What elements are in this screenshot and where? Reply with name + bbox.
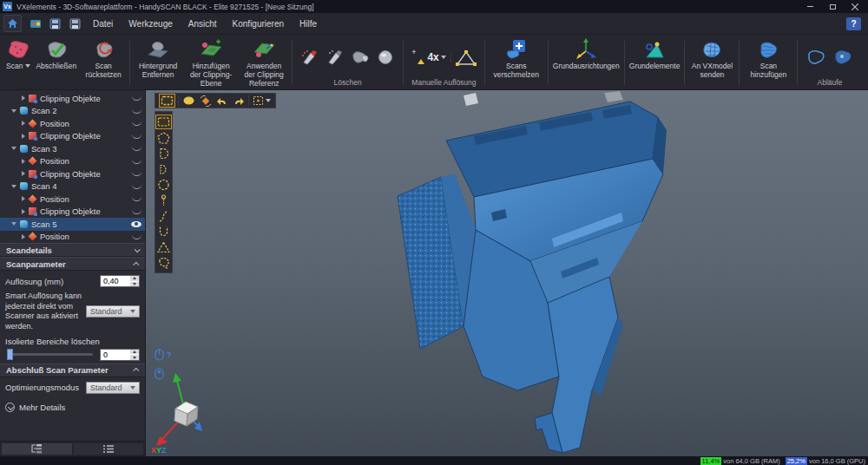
grundausrichtungen-button[interactable]: Grundausrichtungen [550,36,622,89]
tree-item-clipping-objekte[interactable]: Clipping Objekte [0,92,145,105]
visibility-toggle-icon[interactable] [132,209,141,214]
save-button[interactable] [67,16,83,32]
delete-object-button[interactable] [374,47,397,68]
clipping-referenz-button[interactable]: Anwenden der Clipping Referenz [238,36,290,89]
spinner-up-button[interactable] [130,276,139,281]
selection-options-tool[interactable] [252,95,272,107]
home-button[interactable] [3,15,22,32]
select-ellipse-tool[interactable] [181,95,196,107]
tree-item-scan-4[interactable]: Scan 4 [0,180,145,193]
visibility-toggle-icon[interactable] [132,171,141,176]
maximize-button[interactable] [828,3,837,11]
lasso-blob-tool[interactable] [156,256,171,270]
tree-item-clipping-objekte[interactable]: Clipping Objekte [0,130,145,143]
transform-tool[interactable] [199,95,213,108]
expander-icon[interactable] [22,159,25,164]
visibility-toggle-icon[interactable] [132,234,141,239]
visibility-toggle-icon[interactable] [132,184,141,189]
expander-icon[interactable] [22,134,25,139]
rotate-right-tool[interactable] [232,95,246,107]
lasso-dshape2-tool[interactable] [156,162,171,176]
isolated-areas-slider[interactable] [7,353,93,356]
hintergrund-entfernen-button[interactable]: Hintergrund Entfernen [132,36,184,89]
tree-item-clipping-objekte[interactable]: Clipping Objekte [0,167,145,180]
manual-mesh-button[interactable] [454,47,478,69]
lasso-u-tool[interactable] [156,225,171,239]
tree-item-scan-5-selected[interactable]: Scan 5 [0,218,145,231]
visibility-toggle-icon[interactable] [132,108,141,114]
section-abschluss-scan-parameter[interactable]: Abschluß Scan Parameter [0,363,145,377]
expander-icon[interactable] [11,222,16,226]
section-scandetails[interactable]: Scandetails [0,243,145,257]
help-icon[interactable]: ? [846,17,861,30]
tab-list-view[interactable] [74,443,144,455]
minimize-button[interactable] [806,3,814,11]
lasso-dshape-tool[interactable] [156,147,171,160]
menu-werkzeuge[interactable]: Werkzeuge [121,13,180,34]
tree-item-position[interactable]: Position [0,117,145,130]
rotate-left-tool[interactable] [215,95,229,107]
visibility-toggle-icon[interactable] [132,121,141,126]
lasso-polygon-tool[interactable] [156,131,171,145]
menu-konfigurieren[interactable]: Konfigurieren [225,13,292,34]
delete-spray-gray-button[interactable] [324,47,346,68]
tree-item-scan-3[interactable]: Scan 3 [0,142,145,155]
menu-ansicht[interactable]: Ansicht [181,13,225,34]
expander-icon[interactable] [22,171,25,176]
scans-verschmelzen-button[interactable]: Scans verschmelzen [487,36,546,89]
spinner-down-button[interactable] [130,355,139,360]
expander-icon[interactable] [11,185,16,188]
lasso-rect-tool[interactable] [155,115,172,129]
scan-button[interactable]: Scan [3,36,33,89]
mehr-details-button[interactable]: Mehr Details [0,401,145,417]
resolution-4x-button[interactable]: + 4x [410,49,448,65]
abschliessen-button[interactable]: Abschließen [33,36,79,89]
expander-icon[interactable] [22,95,25,101]
delete-patch-button[interactable] [349,47,372,68]
eye-icon[interactable] [131,221,141,227]
close-button[interactable] [851,3,859,11]
grundelemente-button[interactable]: Grundelemente [627,36,683,89]
section-scanparameter[interactable]: Scanparameter [0,257,145,271]
visibility-toggle-icon[interactable] [132,196,141,201]
tree-item-position[interactable]: Position [0,231,145,244]
scan-ruecksetzen-button[interactable]: Scan rücksetzen [79,36,128,89]
3d-viewport[interactable]: ? XYZ [146,90,868,456]
optimization-mode-dropdown[interactable]: Standard [86,382,140,394]
tree-item-clipping-objekte[interactable]: Clipping Objekte [0,206,145,219]
visibility-toggle-icon[interactable] [132,146,141,151]
open-button[interactable] [47,16,63,32]
expander-icon[interactable] [22,209,25,214]
menu-datei[interactable]: Datei [85,13,121,34]
lasso-triangle-tool[interactable] [156,240,171,254]
new-session-button[interactable] [27,16,43,32]
lasso-stick-tool[interactable] [156,193,171,207]
tree-item-position[interactable]: Position [0,193,145,206]
lasso-curve-tool[interactable] [156,209,171,223]
workflow-1-button[interactable] [804,47,828,68]
slider-handle[interactable] [7,349,13,360]
expander-icon[interactable] [11,109,16,113]
expander-icon[interactable] [11,147,16,150]
expander-icon[interactable] [22,234,25,239]
visibility-toggle-icon[interactable] [132,159,141,164]
tab-hierarchy-view[interactable] [2,443,72,455]
lasso-circle-tool[interactable] [156,178,171,192]
orientation-triad[interactable] [148,369,226,451]
expander-icon[interactable] [22,121,25,126]
select-rectangle-tool[interactable] [159,94,175,108]
tree-item-scan-2[interactable]: Scan 2 [0,105,145,118]
delete-spray-red-button[interactable] [299,47,321,68]
workflow-2-button[interactable] [831,47,855,68]
visibility-toggle-icon[interactable] [132,95,141,101]
vxmodel-senden-button[interactable]: An VXmodel senden [687,36,737,89]
visibility-toggle-icon[interactable] [132,134,141,139]
spinner-up-button[interactable] [130,350,139,355]
tree-item-position[interactable]: Position [0,155,145,168]
spinner-down-button[interactable] [130,282,139,287]
menu-hilfe[interactable]: Hilfe [292,13,325,34]
smart-resolution-dropdown[interactable]: Standard [86,305,140,318]
scan-hinzufuegen-button[interactable]: Scan hinzufügen [741,36,795,89]
clipping-ebene-button[interactable]: Hinzufügen der Clipping-Ebene [184,36,238,89]
expander-icon[interactable] [22,196,25,201]
